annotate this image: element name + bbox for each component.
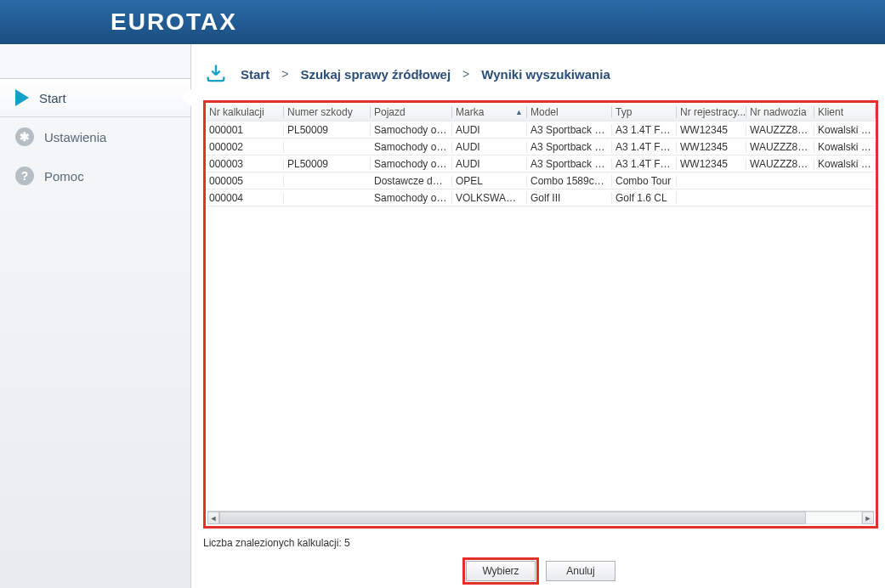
sidebar-item-label: Ustawienia [44, 130, 106, 144]
breadcrumb-item[interactable]: Start [241, 67, 269, 82]
table-cell: AUDI [452, 124, 527, 136]
brand-logo: EUROTAX [111, 8, 237, 36]
chevron-right-icon: > [281, 67, 288, 81]
scroll-left-icon[interactable]: ◄ [207, 512, 219, 524]
sidebar-item-settings[interactable]: ✱ Ustawienia [0, 117, 190, 156]
table-cell: VOLKSWAGEN [452, 192, 527, 204]
column-header[interactable]: Pojazd [371, 106, 452, 118]
table-cell: WW12345 [677, 158, 746, 170]
table-cell: PL50009 [284, 124, 371, 136]
table-cell: WW12345 [677, 141, 746, 153]
scrollbar-thumb[interactable] [219, 512, 806, 524]
column-header[interactable]: Klient [814, 106, 876, 118]
breadcrumb-item: Wyniki wyszukiwania [481, 67, 610, 82]
table-cell: OPEL [452, 175, 527, 187]
table-cell: 000004 [206, 192, 284, 204]
sidebar-item-start[interactable]: Start [0, 78, 190, 117]
action-bar: Wybierz Anuluj [203, 561, 878, 581]
download-icon [203, 61, 229, 87]
table-cell: Dostawcze do 3... [371, 175, 452, 187]
breadcrumb-item[interactable]: Szukaj sprawy źródłowej [300, 67, 451, 82]
table-cell: Kowalski Janu [814, 141, 876, 153]
sidebar-item-label: Pomoc [44, 169, 84, 184]
table-cell: WAUZZZ8979... [746, 124, 814, 136]
sort-asc-icon: ▲ [515, 108, 523, 116]
table-row[interactable]: 000002Samochody oso...AUDIA3 Sportback 0… [206, 139, 876, 155]
table-cell: Samochody oso... [371, 141, 452, 153]
empty-space [206, 206, 876, 509]
chevron-right-icon: > [462, 67, 469, 81]
table-row[interactable]: 000004Samochody oso...VOLKSWAGENGolf III… [206, 189, 876, 206]
table-cell: WAUZZZ8979... [746, 141, 814, 153]
column-header[interactable]: Nr kalkulacji [206, 106, 284, 118]
table-cell: Samochody oso... [371, 124, 452, 136]
table-cell: Golf 1.6 CL [612, 192, 677, 204]
column-header[interactable]: Nr nadwozia [746, 106, 814, 118]
play-icon [15, 89, 29, 106]
table-cell: A3 Sportback 04-08 [527, 158, 612, 170]
table-row[interactable]: 000005Dostawcze do 3...OPELCombo 1589ccm… [206, 172, 876, 189]
column-header[interactable]: Nr rejestracy... [677, 106, 746, 118]
table-cell: Kowalski Janu [814, 158, 876, 170]
help-icon: ? [15, 167, 34, 185]
table-row[interactable]: 000003PL50009Samochody oso...AUDIA3 Spor… [206, 155, 876, 172]
gear-icon: ✱ [15, 127, 34, 146]
table-cell: WW12345 [677, 124, 746, 136]
column-header[interactable]: Numer szkody [284, 106, 371, 118]
results-table-container: Nr kalkulacji Numer szkody Pojazd Marka▲… [203, 100, 878, 529]
table-cell: Samochody oso... [371, 192, 452, 204]
sidebar: Start ✱ Ustawienia ? Pomoc [0, 44, 191, 588]
table-cell: AUDI [452, 158, 527, 170]
table-cell: A3 1.4T FS... [612, 124, 677, 136]
table-cell: Kowalski Janu [814, 124, 876, 136]
column-header[interactable]: Typ [612, 106, 677, 118]
table-cell: 000003 [206, 158, 284, 170]
table-header-row: Nr kalkulacji Numer szkody Pojazd Marka▲… [206, 103, 876, 122]
scroll-right-icon[interactable]: ► [862, 512, 874, 524]
table-cell: Combo 1589ccm ... [527, 175, 612, 187]
table-cell: 000001 [206, 124, 284, 136]
table-cell: A3 Sportback 04-08 [527, 141, 612, 153]
sidebar-item-label: Start [39, 91, 66, 105]
table-cell: Samochody oso... [371, 158, 452, 170]
table-cell: Golf III [527, 192, 612, 204]
results-table: Nr kalkulacji Numer szkody Pojazd Marka▲… [206, 103, 876, 206]
table-cell: A3 1.4T FS... [612, 158, 677, 170]
table-cell: 000002 [206, 141, 284, 153]
cancel-button[interactable]: Anuluj [546, 561, 616, 581]
table-row[interactable]: 000001PL50009Samochody oso...AUDIA3 Spor… [206, 122, 876, 139]
table-cell: WAUZZZ8979... [746, 158, 814, 170]
breadcrumb: Start > Szukaj sprawy źródłowej > Wyniki… [203, 61, 878, 87]
result-count: Liczba znalezionych kalkulacji: 5 [203, 537, 878, 549]
column-header-sorted[interactable]: Marka▲ [452, 106, 527, 118]
table-cell: 000005 [206, 175, 284, 187]
app-header: EUROTAX [0, 0, 885, 44]
table-cell: Combo Tour [612, 175, 677, 187]
select-button[interactable]: Wybierz [466, 561, 536, 581]
table-cell: PL50009 [284, 158, 371, 170]
table-cell: A3 1.4T FS... [612, 141, 677, 153]
horizontal-scrollbar[interactable]: ◄ ► [207, 511, 874, 524]
sidebar-item-help[interactable]: ? Pomoc [0, 156, 190, 195]
column-header[interactable]: Model [527, 106, 612, 118]
table-cell: AUDI [452, 141, 527, 153]
table-cell: A3 Sportback 04-08 [527, 124, 612, 136]
main-content: Start > Szukaj sprawy źródłowej > Wyniki… [191, 44, 885, 588]
